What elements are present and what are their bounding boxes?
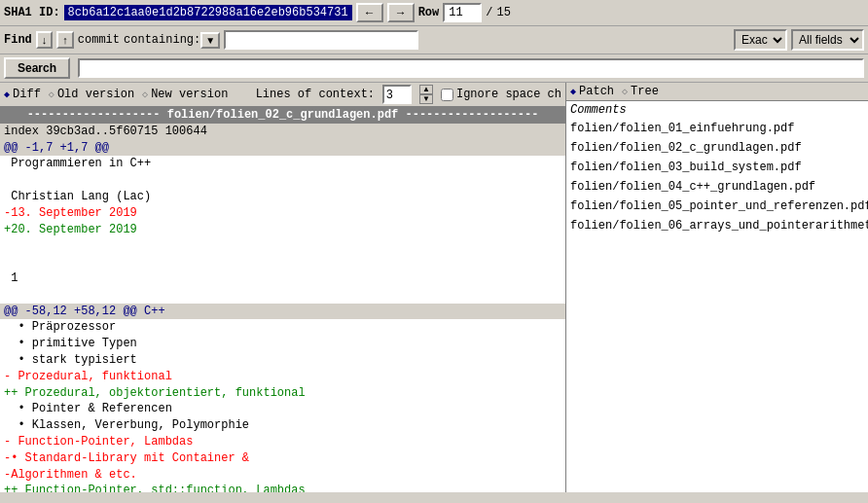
search-toolbar: Search	[0, 54, 868, 83]
right-content[interactable]: Comments folien/folien_01_einfuehrung.pd…	[566, 101, 868, 492]
commit-label: commit	[78, 33, 120, 47]
diff-line-4: +20. September 2019	[0, 222, 565, 238]
tab-old-version[interactable]: ◇ Old version	[49, 88, 134, 101]
search-button[interactable]: Search	[4, 57, 70, 79]
tab-patch-label: Patch	[579, 85, 614, 98]
diff-line-5	[0, 237, 565, 254]
diff-line-11: • primitive Typen	[0, 336, 565, 352]
main-area: ◆ Diff ◇ Old version ◇ New version Lines…	[0, 83, 868, 492]
diff-line-0: Programmieren in C++	[0, 156, 565, 172]
diff-index-line: index 39cb3ad..5f60715 100644	[0, 124, 565, 140]
right-panel: ◆ Patch ◇ Tree Comments folien/folien_01…	[566, 83, 868, 492]
file-item-4[interactable]: folien/folien_05_pointer_und_referenzen.…	[566, 197, 868, 216]
diff-line-6	[0, 254, 565, 270]
ignore-space-text: Ignore space ch	[456, 88, 561, 101]
diff-panel: ◆ Diff ◇ Old version ◇ New version Lines…	[0, 83, 566, 492]
diff-line-17: - Function-Pointer, Lambdas	[0, 434, 565, 450]
new-version-diamond-icon: ◇	[142, 89, 148, 100]
row-separator: /	[486, 6, 492, 19]
context-label: Lines of context:	[256, 88, 375, 101]
diff-content[interactable]: ------------------- folien/folien_02_c_g…	[0, 107, 565, 492]
find-toolbar: Find ↓ ↑ commit containing: ▼ Exact All …	[0, 26, 868, 54]
nav-back-button[interactable]: ←	[356, 3, 383, 22]
diff-line-1	[0, 172, 565, 189]
nav-forward-button[interactable]: →	[387, 3, 415, 22]
context-up-button[interactable]: ▲	[419, 85, 433, 94]
find-up-button[interactable]: ↑	[56, 31, 74, 49]
file-item-0[interactable]: folien/folien_01_einfuehrung.pdf	[566, 119, 868, 138]
diff-line-12: • stark typisiert	[0, 352, 565, 369]
search-input[interactable]	[224, 30, 418, 50]
diff-line-15: • Pointer & Referencen	[0, 401, 565, 417]
patch-diamond-icon: ◆	[570, 86, 576, 97]
tab-diff-label: Diff	[13, 88, 41, 101]
containing-dropdown-arrow[interactable]: ▼	[200, 32, 220, 49]
tab-diff[interactable]: ◆ Diff	[4, 88, 41, 101]
find-down-button[interactable]: ↓	[36, 31, 54, 49]
right-section-header: Comments	[566, 101, 868, 119]
tab-old-version-label: Old version	[57, 88, 134, 101]
context-spinner[interactable]: ▲ ▼	[419, 85, 433, 104]
context-down-button[interactable]: ▼	[419, 94, 433, 104]
ignore-space-label[interactable]: Ignore space ch	[441, 88, 561, 101]
tree-diamond-icon: ◇	[622, 86, 628, 97]
search-result-input[interactable]	[78, 58, 864, 78]
diff-hunk-header: @@ -1,7 +1,7 @@	[0, 140, 565, 157]
diff-line-3: -13. September 2019	[0, 205, 565, 222]
diff-file-header: ------------------- folien/folien_02_c_g…	[0, 107, 565, 124]
row-input[interactable]	[443, 3, 482, 22]
tab-new-version[interactable]: ◇ New version	[142, 88, 228, 101]
tab-tree-label: Tree	[631, 85, 659, 98]
file-item-5[interactable]: folien/folien_06_arrays_und_pointerarith…	[566, 216, 868, 235]
diff-line-20: ++ Function-Pointer, std::function, Lamb…	[0, 483, 565, 492]
file-item-2[interactable]: folien/folien_03_build_system.pdf	[566, 158, 868, 177]
right-tabs: ◆ Patch ◇ Tree	[566, 83, 868, 101]
sha-label: SHA1 ID:	[4, 6, 60, 19]
diff-line-8	[0, 287, 565, 304]
sha-toolbar: SHA1 ID: 8cb6a12c1aa0e1d2b8722988a16e2eb…	[0, 0, 868, 26]
diff-line-14: ++ Prozedural, objektorientiert, funktio…	[0, 385, 565, 402]
containing-dropdown[interactable]: containing: ▼	[124, 32, 220, 49]
containing-label: containing:	[124, 33, 200, 47]
find-label: Find	[4, 33, 32, 47]
diff-line-9: @@ -58,12 +58,12 @@ C++	[0, 304, 565, 320]
exact-select[interactable]: Exact	[734, 29, 787, 51]
diff-line-10: • Präprozessor	[0, 319, 565, 336]
row-label: Row	[418, 6, 440, 19]
tab-new-version-label: New version	[151, 88, 228, 101]
ignore-space-checkbox[interactable]	[441, 89, 453, 101]
old-version-diamond-icon: ◇	[49, 89, 54, 100]
diff-line-19: -Algorithmen & etc.	[0, 467, 565, 484]
diff-tabs: ◆ Diff ◇ Old version ◇ New version Lines…	[0, 83, 565, 107]
row-total: 15	[496, 6, 510, 19]
context-input[interactable]	[382, 85, 412, 104]
diff-diamond-icon: ◆	[4, 89, 10, 100]
diff-line-18: -• Standard-Library mit Container &	[0, 450, 565, 467]
tab-tree[interactable]: ◇ Tree	[622, 85, 659, 98]
all-fields-select[interactable]: All fields	[791, 29, 864, 51]
diff-line-7: 1	[0, 270, 565, 287]
diff-line-13: - Prozedural, funktional	[0, 369, 565, 385]
file-item-3[interactable]: folien/folien_04_c++_grundlagen.pdf	[566, 177, 868, 197]
sha-value: 8cb6a12c1aa0e1d2b8722988a16e2eb96b534731	[64, 5, 352, 20]
diff-line-16: • Klassen, Vererbung, Polymorphie	[0, 417, 565, 434]
tab-patch[interactable]: ◆ Patch	[570, 85, 614, 98]
diff-line-2: Christian Lang (Lac)	[0, 189, 565, 205]
file-item-1[interactable]: folien/folien_02_c_grundlagen.pdf	[566, 138, 868, 158]
